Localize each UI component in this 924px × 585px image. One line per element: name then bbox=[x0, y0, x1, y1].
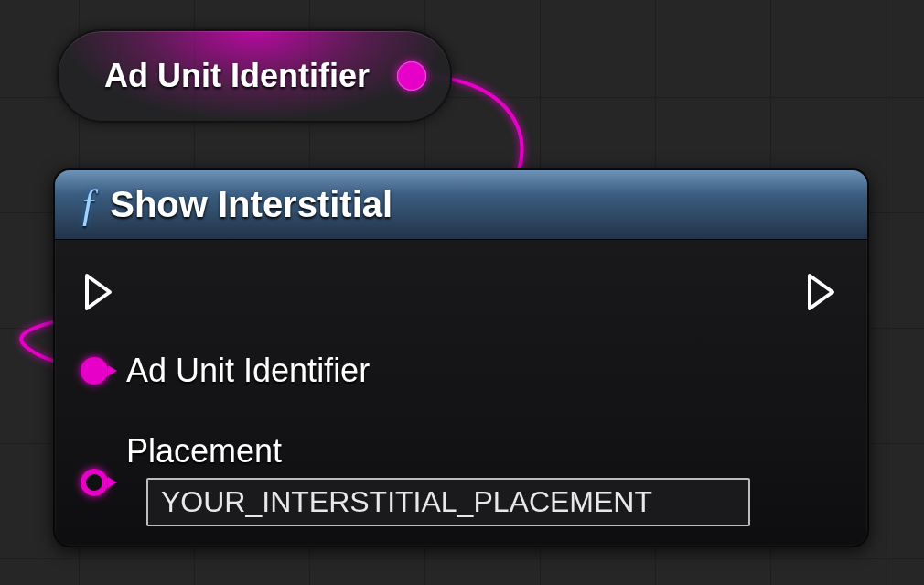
placement-text-field[interactable]: YOUR_INTERSTITIAL_PLACEMENT bbox=[146, 478, 750, 526]
input-row-ad-unit-identifier: Ad Unit Identifier bbox=[81, 352, 370, 390]
input-label-ad-unit-identifier: Ad Unit Identifier bbox=[126, 352, 370, 390]
input-pin-ad-unit-identifier[interactable] bbox=[81, 357, 108, 385]
node-title: Show Interstitial bbox=[110, 184, 392, 225]
node-header: f Show Interstitial bbox=[55, 170, 867, 240]
input-label-placement: Placement bbox=[126, 432, 750, 471]
function-node-show-interstitial[interactable]: f Show Interstitial Ad Unit Identifier P… bbox=[53, 168, 869, 547]
output-pin-string[interactable] bbox=[397, 61, 426, 91]
node-body: Ad Unit Identifier Placement YOUR_INTERS… bbox=[55, 240, 867, 546]
function-icon: f bbox=[82, 181, 93, 228]
input-pin-placement[interactable] bbox=[81, 469, 108, 496]
variable-node-label: Ad Unit Identifier bbox=[104, 57, 397, 95]
exec-input-pin[interactable] bbox=[84, 273, 115, 311]
input-row-placement: Placement YOUR_INTERSTITIAL_PLACEMENT bbox=[81, 432, 750, 526]
variable-node-ad-unit-identifier[interactable]: Ad Unit Identifier bbox=[57, 29, 452, 123]
exec-output-pin[interactable] bbox=[807, 273, 838, 311]
